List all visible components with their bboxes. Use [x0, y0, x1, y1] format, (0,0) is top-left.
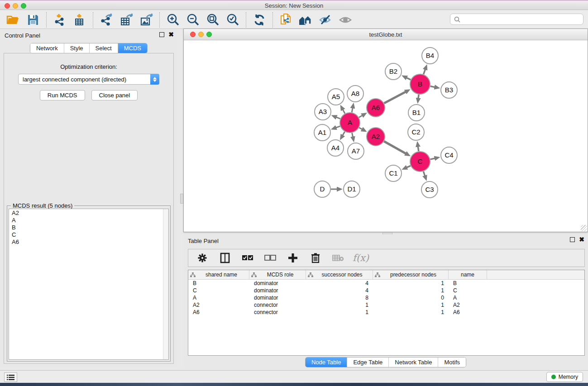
graph-edge-C-C3[interactable]: [423, 172, 425, 176]
float-table-panel-icon[interactable]: [570, 237, 575, 242]
graph-node-B4[interactable]: B4: [422, 48, 438, 64]
mcds-result-item[interactable]: A2: [9, 209, 168, 216]
graph-edge-A-A1[interactable]: [336, 126, 340, 128]
first-neighbors-icon[interactable]: [297, 12, 315, 28]
close-table-panel-icon[interactable]: ✖: [579, 237, 584, 242]
graph-node-A3[interactable]: A3: [315, 104, 331, 120]
graph-edge-B-B2[interactable]: [406, 78, 411, 80]
graph-node-A5[interactable]: A5: [328, 89, 344, 105]
refresh-icon[interactable]: [251, 12, 268, 28]
graph-edge-A6-B[interactable]: [384, 92, 406, 103]
graph-edge-A-A8[interactable]: [352, 108, 353, 112]
column-header-shared-name[interactable]: shared name: [188, 270, 249, 279]
delete-row-icon[interactable]: [310, 252, 321, 264]
float-panel-icon[interactable]: [159, 32, 164, 37]
function-builder-icon[interactable]: f(x): [355, 252, 367, 264]
tab-style[interactable]: Style: [64, 43, 90, 53]
open-file-icon[interactable]: [5, 12, 22, 28]
task-history-button[interactable]: [4, 372, 17, 382]
optimization-criterion-dropdown[interactable]: largest connected component (directed): [18, 74, 159, 85]
graph-edge-B-B4[interactable]: [424, 69, 425, 74]
graph-node-A1[interactable]: A1: [314, 124, 330, 141]
graph-edge-B-B3[interactable]: [430, 86, 435, 87]
graph-edge-A-A2[interactable]: [359, 128, 362, 129]
graph-node-A[interactable]: A: [340, 113, 360, 133]
memory-button[interactable]: Memory: [546, 372, 583, 382]
run-mcds-button[interactable]: Run MCDS: [40, 90, 85, 100]
graph-edge-A-A6[interactable]: [359, 115, 363, 117]
graph-edge-C-C1[interactable]: [406, 166, 411, 167]
mcds-result-item[interactable]: C: [9, 231, 168, 238]
zoom-selected-icon[interactable]: [224, 12, 241, 28]
tab-mcds[interactable]: MCDS: [118, 43, 147, 53]
column-header-MCDS-role[interactable]: MCDS role: [249, 270, 306, 279]
mcds-result-item[interactable]: A6: [9, 238, 168, 245]
graph-node-A8[interactable]: A8: [347, 86, 363, 102]
graph-node-A4[interactable]: A4: [327, 140, 344, 156]
graph-node-D[interactable]: D: [314, 181, 330, 197]
zoom-fit-icon[interactable]: [204, 12, 221, 28]
graph-node-B3[interactable]: B3: [441, 82, 457, 98]
graph-node-C2[interactable]: C2: [408, 124, 424, 140]
tab-edge-table[interactable]: Edge Table: [347, 357, 389, 367]
network-graph[interactable]: ABCA2A6A1A3A4A5A7A8B1B2B3B4C1C2C3C4DD1: [184, 41, 587, 232]
save-session-icon[interactable]: [24, 12, 42, 28]
table-row[interactable]: A2connector11A2: [188, 301, 584, 309]
graph-node-B1[interactable]: B1: [408, 105, 425, 121]
graph-node-A6[interactable]: A6: [367, 99, 385, 117]
graph-edge-C-C2[interactable]: [418, 147, 418, 152]
graph-node-B[interactable]: B: [410, 74, 430, 94]
zoom-out-icon[interactable]: [184, 12, 201, 28]
mcds-result-item[interactable]: A: [9, 216, 168, 224]
graph-node-C3[interactable]: C3: [421, 181, 438, 198]
table-row[interactable]: Cdominator41C: [188, 287, 584, 294]
list-scrollbar[interactable]: [163, 209, 168, 359]
table-row[interactable]: A6connector11A6: [188, 309, 584, 316]
table-row[interactable]: Adominator80A: [188, 294, 584, 301]
tab-node-table[interactable]: Node Table: [306, 357, 348, 367]
tab-motifs[interactable]: Motifs: [438, 357, 466, 367]
import-network-icon[interactable]: [51, 12, 68, 28]
zoom-in-icon[interactable]: [164, 12, 182, 28]
graph-node-C1[interactable]: C1: [385, 165, 402, 181]
add-row-icon[interactable]: [287, 252, 299, 264]
close-panel-icon[interactable]: ✖: [168, 32, 174, 37]
export-table-icon[interactable]: [118, 12, 135, 28]
graph-node-C[interactable]: C: [410, 152, 430, 172]
column-header-successor-nodes[interactable]: successor nodes: [306, 270, 373, 279]
graph-edge-A2-C[interactable]: [384, 141, 406, 153]
tab-network-table[interactable]: Network Table: [389, 357, 438, 367]
column-header-predecessor-nodes[interactable]: predecessor nodes: [373, 270, 449, 279]
search-input[interactable]: [463, 16, 579, 23]
mcds-result-item[interactable]: B: [9, 224, 168, 231]
graph-node-C4[interactable]: C4: [441, 147, 457, 163]
import-table-icon[interactable]: [71, 12, 88, 28]
graph-edge-A-A5[interactable]: [343, 110, 345, 114]
export-network-icon[interactable]: [98, 12, 115, 28]
window-resize-grip[interactable]: [581, 225, 587, 231]
graph-node-B2[interactable]: B2: [385, 63, 402, 80]
close-panel-button[interactable]: Close panel: [91, 90, 138, 100]
column-header-name[interactable]: name: [449, 270, 487, 279]
graph-edge-A-A3[interactable]: [336, 117, 340, 119]
graph-node-A2[interactable]: A2: [367, 128, 385, 146]
clone-network-icon[interactable]: [277, 12, 295, 28]
network-canvas[interactable]: ABCA2A6A1A3A4A5A7A8B1B2B3B4C1C2C3C4DD1: [184, 41, 587, 231]
search-field[interactable]: [450, 14, 583, 25]
graph-edge-B-B1[interactable]: [418, 95, 419, 98]
table-options-icon[interactable]: [196, 252, 208, 264]
graph-edge-A-A4[interactable]: [343, 132, 345, 135]
network-window-titlebar[interactable]: testGlobe.txt: [184, 29, 588, 40]
tab-select[interactable]: Select: [90, 43, 118, 53]
vertical-splitter-grip[interactable]: [180, 194, 183, 204]
show-all-icon[interactable]: [337, 12, 354, 28]
graph-edge-C-C4[interactable]: [430, 158, 435, 159]
tab-network[interactable]: Network: [30, 43, 64, 53]
table-row[interactable]: Bdominator41B: [188, 280, 584, 287]
destroy-table-icon[interactable]: [332, 252, 344, 264]
graph-edge-A-A7[interactable]: [352, 133, 353, 137]
hide-selected-icon[interactable]: [317, 12, 335, 28]
export-image-icon[interactable]: [138, 12, 155, 28]
show-column-icon[interactable]: [219, 252, 231, 264]
graph-node-D1[interactable]: D1: [344, 181, 360, 197]
